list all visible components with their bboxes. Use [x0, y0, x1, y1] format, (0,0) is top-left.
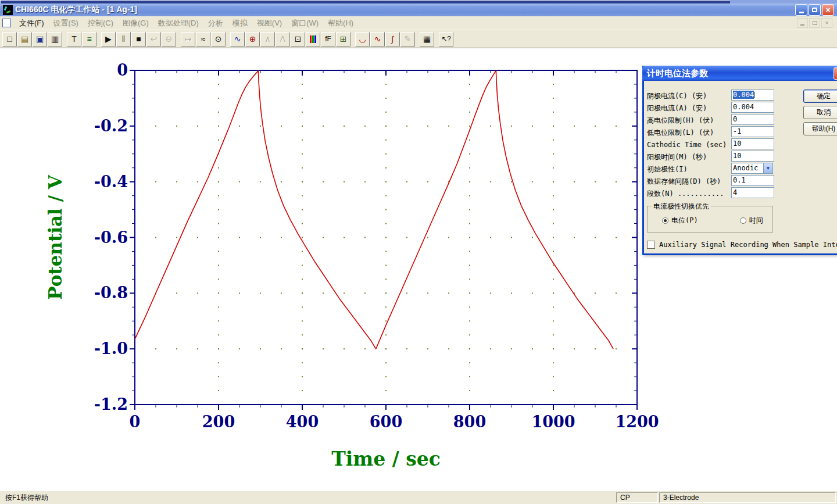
toolbar-button-run-icon[interactable]: ▶ [101, 32, 116, 47]
toolbar-button-derivative-icon[interactable]: ∿ [370, 32, 385, 47]
svg-text:Potential / V: Potential / V [45, 174, 66, 300]
menu-item-10[interactable]: 帮助(H) [323, 17, 358, 28]
chevron-down-icon[interactable]: ▼ [763, 163, 772, 173]
param-label: Cathodic Time (sec) [647, 141, 727, 149]
toolbar-button-color-bars-icon[interactable] [306, 32, 320, 47]
param-input[interactable]: 10 [731, 138, 774, 149]
svg-text:-1.2: -1.2 [94, 395, 128, 413]
radio-potential[interactable]: 电位(P) [662, 216, 698, 226]
param-input[interactable]: 0.004 [731, 102, 774, 113]
filter-icon: ≈ [201, 35, 206, 43]
menu-item-2[interactable]: 设置(S) [49, 17, 83, 28]
menu-item-1[interactable]: 文件(F) [15, 17, 49, 28]
cancel-button[interactable]: 取消 [803, 106, 837, 119]
help-button[interactable]: 帮助(H) [803, 122, 837, 135]
graph-icon: ∿ [234, 35, 241, 43]
toolbar-button-report-icon[interactable]: ▦ [420, 32, 434, 47]
new-file-icon: □ [7, 35, 12, 43]
print-icon: ▥ [51, 35, 59, 43]
pause-icon: ‖ [122, 35, 126, 43]
toolbar-button-multi-peak-icon[interactable]: Λ [276, 32, 290, 47]
toolbar-button-screen-capture-icon[interactable]: ⊡ [291, 32, 305, 47]
polarity-switch-priority-group: 电流极性切换优先 电位(P) 时间 [647, 206, 773, 233]
menu-bar: 文件(F)设置(S)控制(C)图像(G)数据处理(D)分析模拟视图(V)窗口(W… [0, 16, 837, 30]
restore-button[interactable] [809, 4, 821, 16]
cp-parameters-dialog: 计时电位法参数 × 阴极电流(C) (安)0.004阳极电流(A) (安)0.0… [642, 66, 837, 255]
svg-text:-0.2: -0.2 [94, 117, 128, 135]
radio-button-icon[interactable] [740, 217, 746, 224]
toolbar-button-peak-icon[interactable]: ∧ [260, 32, 275, 47]
toolbar-button-open-file-icon[interactable]: ▤ [17, 32, 32, 47]
param-label: 阴极电流(C) (安) [647, 92, 707, 100]
svg-text:1000: 1000 [531, 413, 575, 431]
groupbox-label: 电流极性切换优先 [652, 202, 711, 212]
param-label: 数据存储间隔(D) (秒) [647, 177, 721, 185]
param-label: 阳极电流(A) (安) [647, 104, 707, 112]
menu-item-3[interactable]: 控制(C) [83, 17, 118, 28]
toolbar-button-text-label-icon[interactable]: T [67, 32, 81, 47]
mdi-restore-button[interactable] [809, 18, 820, 28]
toolbar-button-pause-icon[interactable]: ‖ [116, 32, 131, 47]
radio-button-icon[interactable] [662, 217, 668, 224]
param-label: 高电位限制(H) (伏) [647, 116, 714, 124]
toolbar-button-integration-icon[interactable]: ∫ [385, 32, 400, 47]
menu-item-4[interactable]: 图像(G) [118, 17, 153, 28]
toolbar-button-baseline-pen-icon[interactable]: ✎ [400, 32, 415, 47]
toolbar-button-print-icon[interactable]: ▥ [48, 32, 62, 47]
toolbar-button-smooth-icon[interactable]: ◡ [355, 32, 370, 47]
initial-polarity-dropdown[interactable]: Anodic▼ [731, 163, 773, 174]
toolbar-button-parameters-icon[interactable]: ≡ [82, 32, 96, 47]
param-input[interactable]: 4 [731, 187, 774, 198]
svg-text:Time / sec: Time / sec [331, 448, 441, 470]
menu-item-8[interactable]: 视图(V) [252, 17, 287, 28]
multi-peak-icon: Λ [280, 35, 285, 43]
context-help-icon: ↖? [441, 35, 451, 42]
param-row-8: 数据存储间隔(D) (秒)0.1 [647, 175, 837, 187]
toolbar-button-stop-icon[interactable]: ■ [131, 32, 146, 47]
dialog-close-icon[interactable]: × [834, 67, 837, 80]
menu-item-7[interactable]: 模拟 [228, 17, 252, 28]
dialog-title-bar[interactable]: 计时电位法参数 × [642, 66, 837, 81]
close-button[interactable]: × [822, 4, 834, 16]
toolbar-button-i-t-curve-icon[interactable]: ↦ [181, 32, 195, 47]
svg-text:-1.0: -1.0 [94, 339, 128, 358]
toolbar-button-timer-gauge-icon[interactable]: ⊙ [211, 32, 226, 47]
minimize-button[interactable] [795, 4, 807, 16]
toolbar-button-save-icon[interactable]: ▣ [33, 32, 47, 47]
param-input[interactable]: 0 [731, 114, 774, 125]
param-input[interactable]: -1 [731, 126, 774, 137]
param-label: 阳极时间(M) (秒) [647, 153, 707, 161]
mdi-close-button[interactable]: × [821, 18, 832, 28]
parameters-icon: ≡ [87, 35, 91, 43]
toolbar-button-copy-clipboard-icon[interactable]: ⊞ [336, 32, 350, 47]
toolbar-button-cell-icon[interactable]: ⊖ [162, 32, 176, 47]
toolbar-button-new-file-icon[interactable]: □ [2, 32, 17, 47]
toolbar-button-context-help-icon[interactable]: ↖? [439, 32, 453, 47]
ok-button[interactable]: 确定 [803, 90, 837, 103]
mdi-minimize-button[interactable] [797, 18, 808, 28]
param-row-9: 段数(N) ...........4 [647, 187, 837, 199]
param-row-5: Cathodic Time (sec)10 [647, 138, 837, 151]
param-input[interactable]: 10 [731, 151, 774, 162]
toolbar-button-reverse-icon[interactable]: ↩ [146, 32, 161, 47]
param-row-7: 初始极性(I)Anodic▼ [647, 163, 837, 175]
svg-text:400: 400 [286, 413, 319, 431]
font-icon: fF [325, 35, 331, 42]
integration-icon: ∫ [392, 35, 394, 43]
param-input[interactable]: 0.1 [731, 175, 774, 186]
toolbar-button-font-icon[interactable]: fF [321, 32, 335, 47]
radio-time[interactable]: 时间 [740, 216, 763, 226]
toolbar-button-zoom-icon[interactable]: ⊕ [245, 32, 260, 47]
toolbar-button-filter-icon[interactable]: ≈ [196, 32, 210, 47]
baseline-pen-icon: ✎ [405, 35, 412, 43]
toolbar-button-graph-icon[interactable]: ∿ [230, 32, 245, 47]
i-t-curve-icon: ↦ [185, 35, 192, 43]
menu-item-9[interactable]: 窗口(W) [287, 17, 323, 28]
save-icon: ▣ [36, 35, 44, 43]
zoom-icon: ⊕ [249, 35, 256, 43]
param-label: 初始极性(I) [647, 165, 688, 173]
menu-item-5[interactable]: 数据处理(D) [153, 17, 203, 28]
auxiliary-signal-checkbox[interactable] [647, 241, 655, 249]
param-input[interactable]: 0.004 [731, 90, 774, 101]
menu-item-6[interactable]: 分析 [203, 17, 228, 28]
